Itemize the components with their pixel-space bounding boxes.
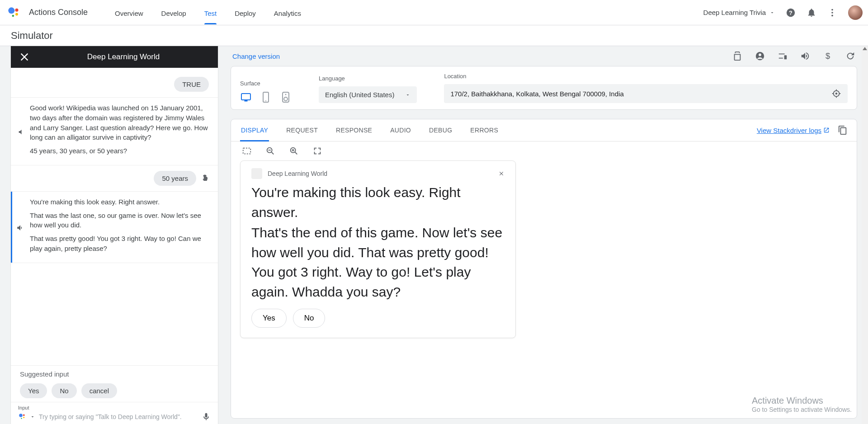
svg-point-8 bbox=[831, 14, 833, 16]
query-input[interactable] bbox=[39, 411, 198, 422]
devices-icon[interactable] bbox=[778, 51, 788, 61]
chat-title: Deep Learning World bbox=[49, 52, 198, 61]
chevron-down-icon[interactable] bbox=[30, 414, 35, 419]
version-row: Change version $ bbox=[231, 46, 857, 66]
svg-point-21 bbox=[284, 97, 288, 101]
assistant-message-active: You're making this look easy. Right answ… bbox=[11, 192, 218, 263]
location-field: Location 170/2, Baithakkhana, Kolkata, W… bbox=[444, 73, 848, 103]
suggestion-chip-yes[interactable]: Yes bbox=[20, 383, 47, 398]
zoom-out-icon[interactable] bbox=[265, 146, 275, 156]
debug-tab-bar: DISPLAY REQUEST RESPONSE AUDIO DEBUG ERR… bbox=[231, 119, 857, 141]
debug-tab-response[interactable]: RESPONSE bbox=[335, 119, 373, 141]
message-text: That was the last one, so our game is ov… bbox=[30, 211, 209, 231]
display-toolbar bbox=[231, 141, 857, 160]
fullscreen-icon[interactable] bbox=[312, 146, 322, 156]
suggestion-chip-no[interactable]: No bbox=[52, 383, 76, 398]
chevron-down-icon bbox=[769, 10, 775, 15]
location-value: 170/2, Baithakkhana, Kolkata, West Benga… bbox=[450, 90, 623, 98]
user-avatar[interactable] bbox=[848, 5, 863, 20]
debug-panel: Change version $ Surface bbox=[218, 46, 868, 424]
message-text: You're making this look easy. Right answ… bbox=[30, 197, 209, 207]
suggested-input-label: Suggested input bbox=[20, 370, 209, 378]
dollar-icon[interactable]: $ bbox=[823, 51, 833, 61]
language-select[interactable]: English (United States) bbox=[319, 86, 417, 103]
simulator-chat-panel: Deep Learning World TRUE Good work! Wiki… bbox=[11, 46, 218, 424]
refresh-icon[interactable] bbox=[845, 51, 855, 61]
user-message: TRUE bbox=[11, 68, 218, 98]
close-icon[interactable] bbox=[498, 170, 505, 177]
surface-speaker[interactable] bbox=[280, 91, 292, 103]
tab-overview[interactable]: Overview bbox=[115, 1, 143, 24]
display-chip-yes[interactable]: Yes bbox=[251, 309, 287, 328]
change-version-link[interactable]: Change version bbox=[232, 52, 280, 60]
page-scrollbar[interactable] bbox=[862, 46, 868, 424]
display-preview-card: Deep Learning World You're making this l… bbox=[240, 160, 516, 338]
zoom-in-icon[interactable] bbox=[289, 146, 299, 156]
watermark-sub: Go to Settings to activate Windows. bbox=[752, 406, 852, 413]
gps-icon[interactable] bbox=[831, 89, 841, 99]
message-text: 45 years, 30 years, or 50 years? bbox=[30, 146, 209, 156]
location-input[interactable]: 170/2, Baithakkhana, Kolkata, West Benga… bbox=[444, 84, 848, 103]
display-chip-no[interactable]: No bbox=[293, 309, 326, 328]
main-nav-tabs: Overview Develop Test Deploy Analytics bbox=[115, 1, 301, 24]
svg-point-2 bbox=[15, 13, 18, 15]
more-vert-icon[interactable] bbox=[827, 8, 837, 18]
assistant-icon bbox=[18, 413, 26, 421]
account-icon[interactable] bbox=[755, 51, 765, 61]
svg-point-22 bbox=[285, 94, 287, 95]
surface-display[interactable] bbox=[240, 91, 252, 103]
tab-analytics[interactable]: Analytics bbox=[274, 1, 301, 24]
svg-text:?: ? bbox=[789, 9, 793, 16]
svg-point-9 bbox=[19, 414, 23, 417]
debug-tab-request[interactable]: REQUEST bbox=[285, 119, 319, 141]
touch-icon bbox=[201, 174, 209, 182]
language-value: English (United States) bbox=[325, 91, 394, 99]
debug-tab-errors[interactable]: ERRORS bbox=[469, 119, 499, 141]
open-in-new-icon bbox=[823, 127, 830, 133]
chat-scroll[interactable]: TRUE Good work! Wikipedia was launched o… bbox=[11, 68, 218, 365]
scroll-up-icon[interactable] bbox=[863, 47, 867, 52]
svg-point-14 bbox=[759, 53, 761, 56]
project-switcher[interactable]: Deep Learning Trivia bbox=[703, 9, 775, 16]
tab-develop[interactable]: Develop bbox=[161, 1, 186, 24]
assistant-logo-icon bbox=[7, 6, 20, 19]
debug-tab-audio[interactable]: AUDIO bbox=[389, 119, 412, 141]
svg-text:$: $ bbox=[826, 51, 830, 61]
field-label: Language bbox=[319, 75, 417, 82]
surface-field: Surface bbox=[240, 80, 292, 103]
app-bar: Actions Console Overview Develop Test De… bbox=[0, 0, 868, 25]
copy-icon[interactable] bbox=[838, 125, 848, 135]
speaker-icon bbox=[15, 199, 25, 257]
bell-icon[interactable] bbox=[807, 8, 816, 18]
user-message: 50 years bbox=[11, 165, 218, 192]
fit-to-screen-icon[interactable] bbox=[242, 146, 252, 156]
svg-rect-17 bbox=[245, 100, 247, 101]
page-title: Simulator bbox=[0, 25, 868, 46]
help-icon[interactable]: ? bbox=[786, 8, 796, 18]
volume-icon[interactable] bbox=[800, 51, 810, 61]
surface-phone[interactable] bbox=[260, 91, 272, 103]
settings-card: Surface Language English (United St bbox=[231, 66, 857, 110]
input-section: Input bbox=[11, 402, 218, 424]
stackdriver-link-text: View Stackdriver logs bbox=[757, 127, 821, 134]
tab-deploy[interactable]: Deploy bbox=[235, 1, 256, 24]
speaker-muted-icon bbox=[15, 105, 25, 160]
svg-rect-16 bbox=[241, 94, 250, 100]
field-label: Surface bbox=[240, 80, 292, 87]
display-text: That's the end of this game. Now let's s… bbox=[251, 223, 505, 302]
user-chip: TRUE bbox=[174, 77, 209, 92]
mic-icon[interactable] bbox=[202, 412, 211, 421]
tab-test[interactable]: Test bbox=[204, 1, 217, 24]
debug-tab-display[interactable]: DISPLAY bbox=[240, 119, 269, 141]
paste-icon[interactable] bbox=[732, 51, 742, 61]
field-label: Location bbox=[444, 73, 848, 80]
message-text: That was pretty good! You got 3 right. W… bbox=[30, 234, 209, 254]
suggestion-chip-cancel[interactable]: cancel bbox=[81, 383, 117, 398]
svg-point-19 bbox=[265, 100, 266, 101]
debug-tab-debug[interactable]: DEBUG bbox=[428, 119, 453, 141]
close-icon[interactable] bbox=[18, 51, 31, 63]
svg-point-7 bbox=[831, 12, 833, 14]
svg-point-12 bbox=[21, 418, 22, 419]
stackdriver-link[interactable]: View Stackdriver logs bbox=[757, 127, 830, 134]
watermark-title: Activate Windows bbox=[752, 396, 852, 406]
